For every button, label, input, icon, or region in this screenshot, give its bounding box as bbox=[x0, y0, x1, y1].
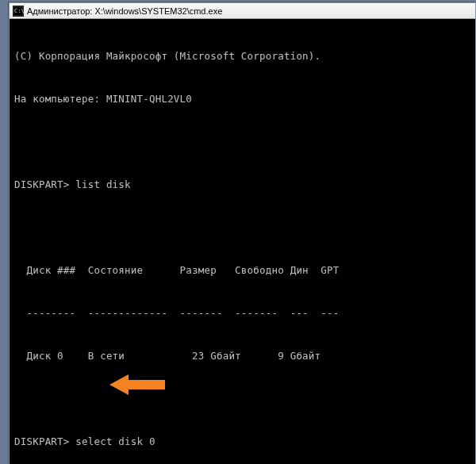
terminal-line bbox=[14, 220, 470, 235]
terminal-line: DISKPART> select disk 0 bbox=[14, 435, 470, 449]
terminal-line bbox=[14, 392, 470, 406]
terminal-line: Диск 0 В сети 23 Gбайт 9 Gбайт bbox=[14, 349, 470, 363]
svg-text:C:\: C:\ bbox=[14, 8, 24, 14]
terminal-line: Диск ### Состояние Размер Свободно Дин G… bbox=[14, 263, 470, 278]
terminal-output[interactable]: (С) Корпорация Майкрософт (Microsoft Cor… bbox=[10, 19, 475, 464]
terminal-line: -------- ------------- ------- ------- -… bbox=[14, 306, 470, 320]
window-title: Администратор: X:\windows\SYSTEM32\cmd.e… bbox=[27, 6, 222, 16]
terminal-line: На компьютере: MININT-QHL2VL0 bbox=[14, 92, 470, 106]
terminal-line bbox=[14, 135, 470, 149]
terminal-line: DISKPART> list disk bbox=[14, 178, 470, 192]
cmd-window: C:\ Администратор: X:\windows\SYSTEM32\c… bbox=[9, 2, 476, 464]
cmd-icon: C:\ bbox=[13, 6, 24, 17]
title-bar[interactable]: C:\ Администратор: X:\windows\SYSTEM32\c… bbox=[10, 3, 475, 19]
terminal-line: (С) Корпорация Майкрософт (Microsoft Cor… bbox=[14, 49, 470, 63]
